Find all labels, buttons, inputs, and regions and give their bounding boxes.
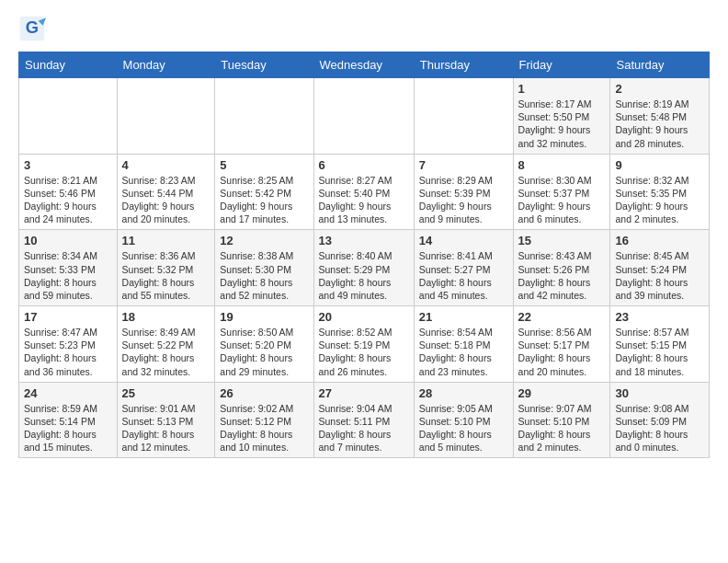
day-info: Sunrise: 8:21 AM Sunset: 5:46 PM Dayligh… xyxy=(24,174,112,226)
calendar-cell: 20Sunrise: 8:52 AM Sunset: 5:19 PM Dayli… xyxy=(313,306,414,383)
day-number: 12 xyxy=(220,234,308,247)
calendar-cell: 18Sunrise: 8:49 AM Sunset: 5:22 PM Dayli… xyxy=(117,306,215,383)
calendar-cell: 28Sunrise: 9:05 AM Sunset: 5:10 PM Dayli… xyxy=(414,382,513,458)
day-info: Sunrise: 8:30 AM Sunset: 5:37 PM Dayligh… xyxy=(518,174,606,226)
calendar-cell: 5Sunrise: 8:25 AM Sunset: 5:42 PM Daylig… xyxy=(215,154,313,230)
day-info: Sunrise: 8:17 AM Sunset: 5:50 PM Dayligh… xyxy=(518,98,606,150)
day-info: Sunrise: 8:23 AM Sunset: 5:44 PM Dayligh… xyxy=(122,174,210,226)
calendar-cell: 3Sunrise: 8:21 AM Sunset: 5:46 PM Daylig… xyxy=(19,154,118,230)
day-number: 26 xyxy=(220,386,308,400)
day-info: Sunrise: 8:56 AM Sunset: 5:17 PM Dayligh… xyxy=(518,326,606,378)
calendar-cell: 13Sunrise: 8:40 AM Sunset: 5:29 PM Dayli… xyxy=(313,230,414,306)
calendar-week-row: 10Sunrise: 8:34 AM Sunset: 5:33 PM Dayli… xyxy=(19,230,710,306)
calendar-cell: 27Sunrise: 9:04 AM Sunset: 5:11 PM Dayli… xyxy=(313,382,414,458)
col-wednesday: Wednesday xyxy=(313,52,414,78)
logo: G xyxy=(18,15,50,42)
logo-icon: G xyxy=(18,15,46,42)
calendar-cell: 21Sunrise: 8:54 AM Sunset: 5:18 PM Dayli… xyxy=(414,306,513,383)
calendar-cell: 7Sunrise: 8:29 AM Sunset: 5:39 PM Daylig… xyxy=(414,154,513,230)
col-sunday: Sunday xyxy=(19,52,118,78)
calendar-cell: 8Sunrise: 8:30 AM Sunset: 5:37 PM Daylig… xyxy=(513,154,610,230)
calendar-cell: 23Sunrise: 8:57 AM Sunset: 5:15 PM Dayli… xyxy=(610,306,710,383)
day-number: 29 xyxy=(518,386,606,400)
calendar-cell xyxy=(414,78,513,155)
day-info: Sunrise: 8:34 AM Sunset: 5:33 PM Dayligh… xyxy=(24,249,112,302)
day-info: Sunrise: 8:47 AM Sunset: 5:23 PM Dayligh… xyxy=(24,326,112,378)
header: G xyxy=(18,15,710,42)
calendar-cell: 25Sunrise: 9:01 AM Sunset: 5:13 PM Dayli… xyxy=(117,382,215,458)
day-info: Sunrise: 8:29 AM Sunset: 5:39 PM Dayligh… xyxy=(419,174,508,226)
day-number: 1 xyxy=(518,82,606,96)
day-number: 14 xyxy=(419,234,508,247)
day-info: Sunrise: 8:41 AM Sunset: 5:27 PM Dayligh… xyxy=(419,249,508,302)
day-info: Sunrise: 8:49 AM Sunset: 5:22 PM Dayligh… xyxy=(122,326,210,378)
calendar-week-row: 17Sunrise: 8:47 AM Sunset: 5:23 PM Dayli… xyxy=(19,306,710,383)
day-info: Sunrise: 8:36 AM Sunset: 5:32 PM Dayligh… xyxy=(122,249,210,302)
day-number: 9 xyxy=(615,158,704,172)
calendar-cell: 2Sunrise: 8:19 AM Sunset: 5:48 PM Daylig… xyxy=(610,78,710,155)
calendar-week-row: 3Sunrise: 8:21 AM Sunset: 5:46 PM Daylig… xyxy=(19,154,710,230)
calendar-cell: 11Sunrise: 8:36 AM Sunset: 5:32 PM Dayli… xyxy=(117,230,215,306)
day-info: Sunrise: 9:05 AM Sunset: 5:10 PM Dayligh… xyxy=(419,402,508,454)
col-saturday: Saturday xyxy=(610,52,710,78)
day-number: 17 xyxy=(24,310,112,324)
day-number: 7 xyxy=(419,158,508,172)
day-info: Sunrise: 9:08 AM Sunset: 5:09 PM Dayligh… xyxy=(615,402,704,454)
day-info: Sunrise: 9:02 AM Sunset: 5:12 PM Dayligh… xyxy=(220,402,308,454)
calendar-cell: 14Sunrise: 8:41 AM Sunset: 5:27 PM Dayli… xyxy=(414,230,513,306)
calendar-week-row: 24Sunrise: 8:59 AM Sunset: 5:14 PM Dayli… xyxy=(19,382,710,458)
calendar-cell: 24Sunrise: 8:59 AM Sunset: 5:14 PM Dayli… xyxy=(19,382,118,458)
calendar-cell: 26Sunrise: 9:02 AM Sunset: 5:12 PM Dayli… xyxy=(215,382,313,458)
day-info: Sunrise: 8:45 AM Sunset: 5:24 PM Dayligh… xyxy=(615,249,704,302)
svg-text:G: G xyxy=(26,17,39,37)
calendar-cell: 12Sunrise: 8:38 AM Sunset: 5:30 PM Dayli… xyxy=(215,230,313,306)
col-monday: Monday xyxy=(117,52,215,78)
calendar-cell: 10Sunrise: 8:34 AM Sunset: 5:33 PM Dayli… xyxy=(19,230,118,306)
calendar-cell: 19Sunrise: 8:50 AM Sunset: 5:20 PM Dayli… xyxy=(215,306,313,383)
day-info: Sunrise: 8:59 AM Sunset: 5:14 PM Dayligh… xyxy=(24,402,112,454)
day-number: 19 xyxy=(220,310,308,324)
day-info: Sunrise: 8:52 AM Sunset: 5:19 PM Dayligh… xyxy=(319,326,409,378)
day-info: Sunrise: 8:38 AM Sunset: 5:30 PM Dayligh… xyxy=(220,249,308,302)
day-number: 15 xyxy=(518,234,606,247)
day-number: 25 xyxy=(122,386,210,400)
day-info: Sunrise: 8:40 AM Sunset: 5:29 PM Dayligh… xyxy=(319,249,409,302)
day-info: Sunrise: 8:50 AM Sunset: 5:20 PM Dayligh… xyxy=(220,326,308,378)
calendar-cell xyxy=(19,78,118,155)
day-number: 13 xyxy=(319,234,409,247)
day-number: 23 xyxy=(615,310,704,324)
calendar-cell xyxy=(215,78,313,155)
calendar-cell: 29Sunrise: 9:07 AM Sunset: 5:10 PM Dayli… xyxy=(513,382,610,458)
calendar-cell: 9Sunrise: 8:32 AM Sunset: 5:35 PM Daylig… xyxy=(610,154,710,230)
day-number: 27 xyxy=(319,386,409,400)
col-friday: Friday xyxy=(513,52,610,78)
day-info: Sunrise: 9:04 AM Sunset: 5:11 PM Dayligh… xyxy=(319,402,409,454)
day-number: 5 xyxy=(220,158,308,172)
day-number: 20 xyxy=(319,310,409,324)
day-number: 4 xyxy=(122,158,210,172)
calendar-cell: 4Sunrise: 8:23 AM Sunset: 5:44 PM Daylig… xyxy=(117,154,215,230)
page: G Sunday Monday Tuesday Wednesday Thursd… xyxy=(0,0,728,473)
day-info: Sunrise: 8:25 AM Sunset: 5:42 PM Dayligh… xyxy=(220,174,308,226)
calendar-cell xyxy=(313,78,414,155)
day-number: 18 xyxy=(122,310,210,324)
day-info: Sunrise: 8:57 AM Sunset: 5:15 PM Dayligh… xyxy=(615,326,704,378)
calendar-table: Sunday Monday Tuesday Wednesday Thursday… xyxy=(18,52,710,458)
day-number: 3 xyxy=(24,158,112,172)
calendar-cell: 17Sunrise: 8:47 AM Sunset: 5:23 PM Dayli… xyxy=(19,306,118,383)
day-info: Sunrise: 8:54 AM Sunset: 5:18 PM Dayligh… xyxy=(419,326,508,378)
col-tuesday: Tuesday xyxy=(215,52,313,78)
day-number: 24 xyxy=(24,386,112,400)
calendar-cell: 15Sunrise: 8:43 AM Sunset: 5:26 PM Dayli… xyxy=(513,230,610,306)
day-info: Sunrise: 8:27 AM Sunset: 5:40 PM Dayligh… xyxy=(319,174,409,226)
calendar-week-row: 1Sunrise: 8:17 AM Sunset: 5:50 PM Daylig… xyxy=(19,78,710,155)
calendar-cell: 30Sunrise: 9:08 AM Sunset: 5:09 PM Dayli… xyxy=(610,382,710,458)
calendar-cell: 6Sunrise: 8:27 AM Sunset: 5:40 PM Daylig… xyxy=(313,154,414,230)
calendar-cell xyxy=(117,78,215,155)
calendar-cell: 1Sunrise: 8:17 AM Sunset: 5:50 PM Daylig… xyxy=(513,78,610,155)
calendar-cell: 22Sunrise: 8:56 AM Sunset: 5:17 PM Dayli… xyxy=(513,306,610,383)
day-info: Sunrise: 8:32 AM Sunset: 5:35 PM Dayligh… xyxy=(615,174,704,226)
day-number: 11 xyxy=(122,234,210,247)
day-number: 6 xyxy=(319,158,409,172)
day-number: 22 xyxy=(518,310,606,324)
